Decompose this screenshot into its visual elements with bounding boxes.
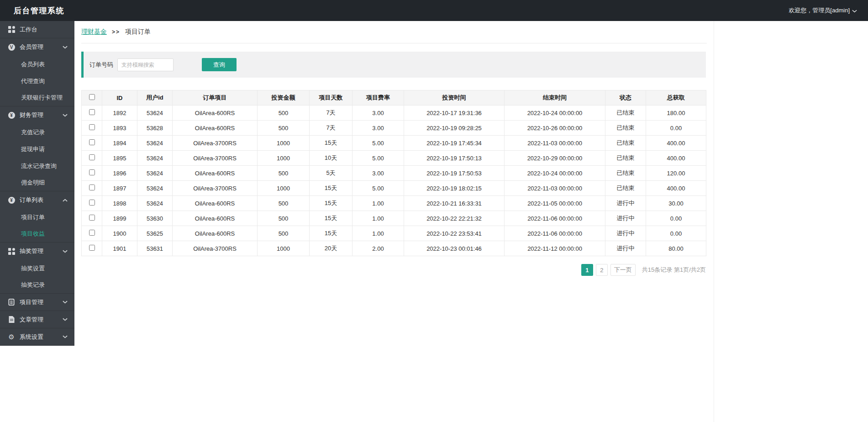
sidebar-item-代理查询[interactable]: 代理查询 <box>0 73 74 90</box>
row-checkbox-cell <box>82 241 102 256</box>
cell-id: 1900 <box>102 226 137 241</box>
sidebar-item-label: 提现申请 <box>21 145 45 153</box>
cell-days: 10天 <box>310 151 352 166</box>
cell-end_time: 2022-10-29 00:00:00 <box>505 151 605 166</box>
chevron-down-icon <box>63 114 68 117</box>
row-checkbox[interactable] <box>89 200 95 206</box>
cell-user_id: 53631 <box>137 241 173 256</box>
table-row: 189353628OilArea-600RS5007天3.002022-10-1… <box>82 121 706 136</box>
select-all-checkbox[interactable] <box>89 94 95 100</box>
sidebar-item-label: 抽奖管理 <box>20 247 43 255</box>
breadcrumb-parent-link[interactable]: 理财基金 <box>81 28 107 36</box>
sidebar-item-会员管理[interactable]: V会员管理 <box>0 38 74 56</box>
sidebar-item-项目订单[interactable]: 项目订单 <box>0 209 74 226</box>
page-button-2[interactable]: 2 <box>596 264 608 276</box>
column-header-user_id: 用户id <box>137 90 173 106</box>
sidebar-item-抽奖管理[interactable]: 抽奖管理 <box>0 243 74 260</box>
chevron-down-icon <box>63 318 68 321</box>
cell-end_time: 2022-11-03 00:00:00 <box>505 136 605 151</box>
cell-days: 7天 <box>310 106 352 121</box>
user-menu[interactable]: 欢迎您，管理员[admin] <box>789 6 857 15</box>
sidebar-item-label: 项目订单 <box>21 213 45 222</box>
column-header-end_time: 结束时间 <box>505 90 605 106</box>
cell-project: OilArea-3700RS <box>173 181 258 196</box>
sidebar-item-文章管理[interactable]: 文章管理 <box>0 311 74 328</box>
pagination-summary: 共15条记录 第1页/共2页 <box>642 266 706 274</box>
sidebar-item-关联银行卡管理[interactable]: 关联银行卡管理 <box>0 90 74 106</box>
sidebar-item-财务管理[interactable]: ¥财务管理 <box>0 106 74 124</box>
cell-user_id: 53624 <box>137 196 173 211</box>
sidebar-item-充值记录[interactable]: 充值记录 <box>0 124 74 141</box>
column-header-status: 状态 <box>605 90 646 106</box>
sidebar-item-label: 工作台 <box>20 26 37 34</box>
sidebar-item-项目收益[interactable]: 项目收益 <box>0 226 74 243</box>
order-number-input[interactable] <box>117 58 174 71</box>
cell-rate: 5.00 <box>352 151 404 166</box>
column-header-rate: 项目费率 <box>352 90 404 106</box>
column-header-days: 项目天数 <box>310 90 352 106</box>
row-checkbox[interactable] <box>89 154 95 160</box>
sidebar-item-会员列表[interactable]: 会员列表 <box>0 56 74 73</box>
cell-amount: 500 <box>258 226 310 241</box>
settings-icon: ⚙ <box>8 333 15 341</box>
row-checkbox[interactable] <box>89 245 95 251</box>
chevron-down-icon <box>63 46 68 49</box>
cell-id: 1898 <box>102 196 137 211</box>
sidebar-item-项目管理[interactable]: 项目管理 <box>0 294 74 311</box>
page-button-1[interactable]: 1 <box>581 264 593 276</box>
sidebar-item-流水记录查询[interactable]: 流水记录查询 <box>0 158 74 174</box>
cell-end_time: 2022-11-05 00:00:00 <box>505 196 605 211</box>
cell-amount: 500 <box>258 211 310 226</box>
project-icon <box>8 299 15 306</box>
sidebar-item-工作台[interactable]: 工作台 <box>0 21 74 38</box>
row-checkbox[interactable] <box>89 109 95 115</box>
sidebar-item-佣金明细[interactable]: 佣金明细 <box>0 174 74 191</box>
cell-amount: 500 <box>258 196 310 211</box>
row-checkbox-cell <box>82 181 102 196</box>
chevron-down-icon <box>852 7 857 14</box>
row-checkbox[interactable] <box>89 185 95 190</box>
row-checkbox[interactable] <box>89 215 95 221</box>
cell-project: OilArea-600RS <box>173 196 258 211</box>
main-content: 理财基金 >> 项目订单 订单号码 查询 ID用户id订单项目投资金额项目天数项… <box>74 21 714 422</box>
row-checkbox[interactable] <box>89 124 95 130</box>
cell-id: 1899 <box>102 211 137 226</box>
row-checkbox-cell <box>82 151 102 166</box>
cell-user_id: 53624 <box>137 151 173 166</box>
cell-days: 5天 <box>310 166 352 181</box>
column-header-project: 订单项目 <box>173 90 258 106</box>
table-row: 189253624OilArea-600RS5007天3.002022-10-1… <box>82 106 706 121</box>
cell-invest_time: 2022-10-19 17:50:13 <box>404 151 505 166</box>
pagination: 12下一页共15条记录 第1页/共2页 <box>81 264 706 276</box>
cell-status: 已结束 <box>605 181 646 196</box>
orders-icon: ¥ <box>8 196 15 204</box>
dashboard-icon <box>8 26 15 33</box>
row-checkbox-cell <box>82 211 102 226</box>
sidebar-item-提现申请[interactable]: 提现申请 <box>0 141 74 158</box>
sidebar-item-系统设置[interactable]: ⚙系统设置 <box>0 328 74 346</box>
cell-project: OilArea-3700RS <box>173 151 258 166</box>
cell-status: 进行中 <box>605 196 646 211</box>
sidebar-item-label: 会员列表 <box>21 60 45 69</box>
table-row: 189753624OilArea-3700RS100015天5.002022-1… <box>82 181 706 196</box>
cell-status: 进行中 <box>605 211 646 226</box>
row-checkbox[interactable] <box>89 139 95 145</box>
column-header-invest_time: 投资时间 <box>404 90 505 106</box>
cell-days: 15天 <box>310 136 352 151</box>
table-row: 189553624OilArea-3700RS100010天5.002022-1… <box>82 151 706 166</box>
cell-end_time: 2022-11-03 00:00:00 <box>505 181 605 196</box>
search-button[interactable]: 查询 <box>202 58 237 71</box>
sidebar-item-label: 订单列表 <box>20 196 43 204</box>
cell-status: 进行中 <box>605 241 646 256</box>
cell-id: 1895 <box>102 151 137 166</box>
cell-invest_time: 2022-10-17 19:31:36 <box>404 106 505 121</box>
cell-amount: 1000 <box>258 151 310 166</box>
next-page-button[interactable]: 下一页 <box>610 264 636 276</box>
app-title: 后台管理系统 <box>14 5 64 16</box>
sidebar-item-抽奖记录[interactable]: 抽奖记录 <box>0 277 74 294</box>
sidebar-item-订单列表[interactable]: ¥订单列表 <box>0 191 74 209</box>
row-checkbox[interactable] <box>89 230 95 236</box>
sidebar-item-抽奖设置[interactable]: 抽奖设置 <box>0 260 74 277</box>
row-checkbox[interactable] <box>89 169 95 175</box>
cell-rate: 5.00 <box>352 136 404 151</box>
